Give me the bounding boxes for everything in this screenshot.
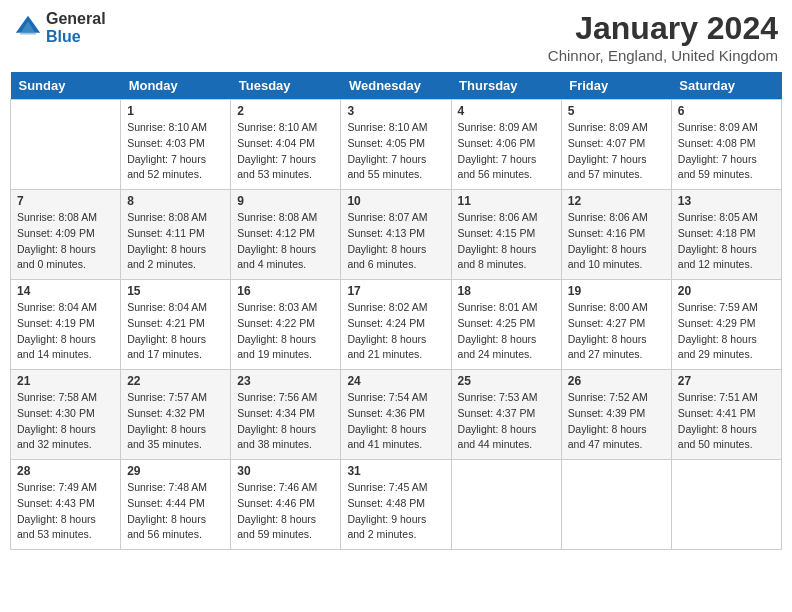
day-info: Sunrise: 8:10 AMSunset: 4:05 PMDaylight:… xyxy=(347,120,444,183)
calendar-cell xyxy=(451,460,561,550)
day-number: 25 xyxy=(458,374,555,388)
day-number: 3 xyxy=(347,104,444,118)
day-info: Sunrise: 7:56 AMSunset: 4:34 PMDaylight:… xyxy=(237,390,334,453)
calendar-cell xyxy=(671,460,781,550)
day-number: 6 xyxy=(678,104,775,118)
day-info: Sunrise: 8:09 AMSunset: 4:06 PMDaylight:… xyxy=(458,120,555,183)
logo-blue-text: Blue xyxy=(46,28,106,46)
day-info: Sunrise: 8:03 AMSunset: 4:22 PMDaylight:… xyxy=(237,300,334,363)
logo-general-text: General xyxy=(46,10,106,28)
day-number: 4 xyxy=(458,104,555,118)
day-number: 17 xyxy=(347,284,444,298)
calendar-week-row: 28Sunrise: 7:49 AMSunset: 4:43 PMDayligh… xyxy=(11,460,782,550)
day-info: Sunrise: 8:09 AMSunset: 4:08 PMDaylight:… xyxy=(678,120,775,183)
calendar-week-row: 7Sunrise: 8:08 AMSunset: 4:09 PMDaylight… xyxy=(11,190,782,280)
day-number: 28 xyxy=(17,464,114,478)
calendar-cell: 14Sunrise: 8:04 AMSunset: 4:19 PMDayligh… xyxy=(11,280,121,370)
month-title: January 2024 xyxy=(548,10,778,47)
day-info: Sunrise: 8:10 AMSunset: 4:04 PMDaylight:… xyxy=(237,120,334,183)
day-info: Sunrise: 8:01 AMSunset: 4:25 PMDaylight:… xyxy=(458,300,555,363)
day-info: Sunrise: 7:51 AMSunset: 4:41 PMDaylight:… xyxy=(678,390,775,453)
day-number: 14 xyxy=(17,284,114,298)
calendar-cell: 19Sunrise: 8:00 AMSunset: 4:27 PMDayligh… xyxy=(561,280,671,370)
day-number: 8 xyxy=(127,194,224,208)
calendar-cell: 4Sunrise: 8:09 AMSunset: 4:06 PMDaylight… xyxy=(451,100,561,190)
day-number: 15 xyxy=(127,284,224,298)
calendar-cell xyxy=(11,100,121,190)
weekday-header: Monday xyxy=(121,72,231,100)
weekday-header: Tuesday xyxy=(231,72,341,100)
calendar-cell: 27Sunrise: 7:51 AMSunset: 4:41 PMDayligh… xyxy=(671,370,781,460)
day-info: Sunrise: 8:05 AMSunset: 4:18 PMDaylight:… xyxy=(678,210,775,273)
day-number: 7 xyxy=(17,194,114,208)
calendar-cell: 9Sunrise: 8:08 AMSunset: 4:12 PMDaylight… xyxy=(231,190,341,280)
day-info: Sunrise: 7:58 AMSunset: 4:30 PMDaylight:… xyxy=(17,390,114,453)
calendar-cell: 11Sunrise: 8:06 AMSunset: 4:15 PMDayligh… xyxy=(451,190,561,280)
day-info: Sunrise: 7:53 AMSunset: 4:37 PMDaylight:… xyxy=(458,390,555,453)
day-info: Sunrise: 8:08 AMSunset: 4:11 PMDaylight:… xyxy=(127,210,224,273)
calendar-cell: 30Sunrise: 7:46 AMSunset: 4:46 PMDayligh… xyxy=(231,460,341,550)
title-area: January 2024 Chinnor, England, United Ki… xyxy=(548,10,778,64)
day-info: Sunrise: 8:08 AMSunset: 4:12 PMDaylight:… xyxy=(237,210,334,273)
calendar-cell: 12Sunrise: 8:06 AMSunset: 4:16 PMDayligh… xyxy=(561,190,671,280)
calendar-cell xyxy=(561,460,671,550)
calendar-cell: 23Sunrise: 7:56 AMSunset: 4:34 PMDayligh… xyxy=(231,370,341,460)
day-number: 2 xyxy=(237,104,334,118)
weekday-header: Sunday xyxy=(11,72,121,100)
calendar-cell: 28Sunrise: 7:49 AMSunset: 4:43 PMDayligh… xyxy=(11,460,121,550)
calendar-cell: 24Sunrise: 7:54 AMSunset: 4:36 PMDayligh… xyxy=(341,370,451,460)
logo-text: General Blue xyxy=(46,10,106,45)
day-number: 18 xyxy=(458,284,555,298)
calendar-cell: 18Sunrise: 8:01 AMSunset: 4:25 PMDayligh… xyxy=(451,280,561,370)
calendar-cell: 1Sunrise: 8:10 AMSunset: 4:03 PMDaylight… xyxy=(121,100,231,190)
calendar-body: 1Sunrise: 8:10 AMSunset: 4:03 PMDaylight… xyxy=(11,100,782,550)
day-info: Sunrise: 7:49 AMSunset: 4:43 PMDaylight:… xyxy=(17,480,114,543)
day-info: Sunrise: 8:04 AMSunset: 4:19 PMDaylight:… xyxy=(17,300,114,363)
calendar-table: SundayMondayTuesdayWednesdayThursdayFrid… xyxy=(10,72,782,550)
day-info: Sunrise: 7:52 AMSunset: 4:39 PMDaylight:… xyxy=(568,390,665,453)
day-info: Sunrise: 7:57 AMSunset: 4:32 PMDaylight:… xyxy=(127,390,224,453)
calendar-cell: 5Sunrise: 8:09 AMSunset: 4:07 PMDaylight… xyxy=(561,100,671,190)
weekday-header: Thursday xyxy=(451,72,561,100)
day-info: Sunrise: 7:45 AMSunset: 4:48 PMDaylight:… xyxy=(347,480,444,543)
day-info: Sunrise: 8:10 AMSunset: 4:03 PMDaylight:… xyxy=(127,120,224,183)
calendar-cell: 26Sunrise: 7:52 AMSunset: 4:39 PMDayligh… xyxy=(561,370,671,460)
day-number: 31 xyxy=(347,464,444,478)
day-number: 27 xyxy=(678,374,775,388)
weekday-header: Friday xyxy=(561,72,671,100)
day-number: 20 xyxy=(678,284,775,298)
calendar-cell: 7Sunrise: 8:08 AMSunset: 4:09 PMDaylight… xyxy=(11,190,121,280)
day-info: Sunrise: 7:46 AMSunset: 4:46 PMDaylight:… xyxy=(237,480,334,543)
day-info: Sunrise: 7:54 AMSunset: 4:36 PMDaylight:… xyxy=(347,390,444,453)
day-number: 1 xyxy=(127,104,224,118)
day-number: 21 xyxy=(17,374,114,388)
day-number: 30 xyxy=(237,464,334,478)
calendar-cell: 3Sunrise: 8:10 AMSunset: 4:05 PMDaylight… xyxy=(341,100,451,190)
calendar-cell: 16Sunrise: 8:03 AMSunset: 4:22 PMDayligh… xyxy=(231,280,341,370)
calendar-cell: 13Sunrise: 8:05 AMSunset: 4:18 PMDayligh… xyxy=(671,190,781,280)
calendar-cell: 2Sunrise: 8:10 AMSunset: 4:04 PMDaylight… xyxy=(231,100,341,190)
day-number: 5 xyxy=(568,104,665,118)
day-number: 11 xyxy=(458,194,555,208)
page-header: General Blue January 2024 Chinnor, Engla… xyxy=(10,10,782,64)
weekday-row: SundayMondayTuesdayWednesdayThursdayFrid… xyxy=(11,72,782,100)
calendar-cell: 29Sunrise: 7:48 AMSunset: 4:44 PMDayligh… xyxy=(121,460,231,550)
day-info: Sunrise: 8:00 AMSunset: 4:27 PMDaylight:… xyxy=(568,300,665,363)
calendar-header: SundayMondayTuesdayWednesdayThursdayFrid… xyxy=(11,72,782,100)
calendar-cell: 6Sunrise: 8:09 AMSunset: 4:08 PMDaylight… xyxy=(671,100,781,190)
day-number: 16 xyxy=(237,284,334,298)
calendar-week-row: 1Sunrise: 8:10 AMSunset: 4:03 PMDaylight… xyxy=(11,100,782,190)
calendar-cell: 21Sunrise: 7:58 AMSunset: 4:30 PMDayligh… xyxy=(11,370,121,460)
day-number: 9 xyxy=(237,194,334,208)
calendar-cell: 10Sunrise: 8:07 AMSunset: 4:13 PMDayligh… xyxy=(341,190,451,280)
day-info: Sunrise: 7:59 AMSunset: 4:29 PMDaylight:… xyxy=(678,300,775,363)
calendar-cell: 15Sunrise: 8:04 AMSunset: 4:21 PMDayligh… xyxy=(121,280,231,370)
location: Chinnor, England, United Kingdom xyxy=(548,47,778,64)
day-info: Sunrise: 8:08 AMSunset: 4:09 PMDaylight:… xyxy=(17,210,114,273)
day-info: Sunrise: 8:07 AMSunset: 4:13 PMDaylight:… xyxy=(347,210,444,273)
calendar-cell: 17Sunrise: 8:02 AMSunset: 4:24 PMDayligh… xyxy=(341,280,451,370)
calendar-cell: 20Sunrise: 7:59 AMSunset: 4:29 PMDayligh… xyxy=(671,280,781,370)
calendar-cell: 25Sunrise: 7:53 AMSunset: 4:37 PMDayligh… xyxy=(451,370,561,460)
logo-icon xyxy=(14,14,42,42)
weekday-header: Wednesday xyxy=(341,72,451,100)
